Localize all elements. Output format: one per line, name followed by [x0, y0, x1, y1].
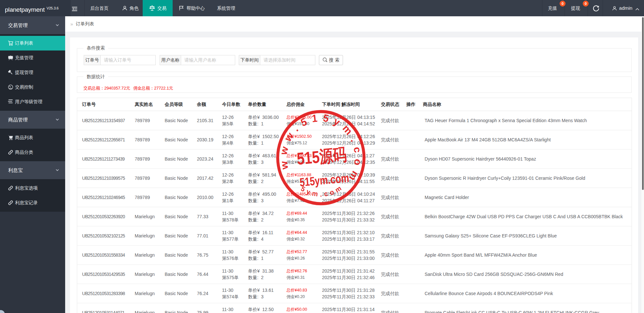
svg-text:515源码: 515源码	[296, 145, 347, 168]
